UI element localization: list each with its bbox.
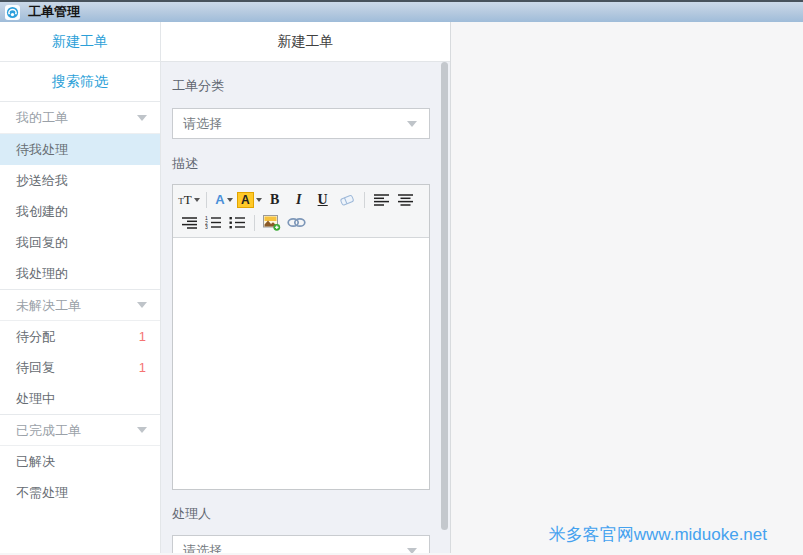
- item-label: 待分配: [16, 321, 55, 352]
- toolbar-separator: [206, 192, 207, 208]
- sidebar-item-to-assign[interactable]: 待分配 1: [0, 321, 160, 352]
- svg-text:3: 3: [205, 224, 208, 229]
- search-filter-button[interactable]: 搜索筛选: [0, 62, 160, 102]
- sidebar-item-handled-by-me[interactable]: 我处理的: [0, 258, 160, 289]
- category-select-value: 请选择: [183, 116, 222, 131]
- align-right-button[interactable]: [178, 212, 200, 233]
- toolbar-separator: [364, 192, 365, 208]
- sidebar-group-completed[interactable]: 已完成工单: [0, 414, 160, 446]
- insert-link-button[interactable]: [285, 212, 307, 233]
- chevron-down-icon: [407, 548, 417, 553]
- align-right-icon: [182, 217, 197, 229]
- item-label: 抄送给我: [16, 165, 68, 196]
- ordered-list-button[interactable]: 1 2 3: [202, 212, 224, 233]
- handler-label: 处理人: [172, 505, 430, 523]
- bold-button[interactable]: B: [264, 189, 286, 210]
- item-label: 待回复: [16, 352, 55, 383]
- editor-content[interactable]: [173, 238, 429, 489]
- sidebar-item-no-action-needed[interactable]: 不需处理: [0, 477, 160, 508]
- align-left-icon: [374, 194, 389, 206]
- item-label: 我回复的: [16, 227, 68, 258]
- sidebar-group-unresolved[interactable]: 未解决工单: [0, 289, 160, 321]
- align-center-icon: [398, 194, 413, 206]
- insert-image-button[interactable]: [261, 212, 283, 233]
- eraser-icon: [339, 192, 355, 207]
- item-label: 不需处理: [16, 477, 68, 508]
- count-badge: 1: [139, 321, 146, 352]
- sidebar-item-to-reply[interactable]: 待回复 1: [0, 352, 160, 383]
- description-label: 描述: [172, 155, 430, 173]
- underline-button[interactable]: U: [312, 189, 334, 210]
- rich-text-editor: TT A A B: [172, 184, 430, 490]
- sidebar-item-created-by-me[interactable]: 我创建的: [0, 196, 160, 227]
- group-label: 我的工单: [16, 102, 68, 133]
- new-ticket-panel: 新建工单 工单分类 请选择 描述 TT A: [161, 22, 451, 553]
- sidebar-group-my-tickets[interactable]: 我的工单: [0, 102, 160, 134]
- chevron-down-icon: [227, 198, 233, 202]
- titlebar: 工单管理: [0, 0, 803, 22]
- chevron-down-icon: [137, 427, 147, 433]
- sidebar-item-resolved[interactable]: 已解决: [0, 446, 160, 477]
- sidebar-item-cc-to-me[interactable]: 抄送给我: [0, 165, 160, 196]
- chevron-down-icon: [256, 198, 262, 202]
- bullet-list-icon: [229, 216, 245, 229]
- category-select[interactable]: 请选择: [172, 108, 430, 139]
- chevron-down-icon: [137, 302, 147, 308]
- content-background: 米多客官网www.miduoke.net: [451, 22, 803, 553]
- count-badge: 1: [139, 352, 146, 383]
- insert-link-icon: [287, 217, 306, 228]
- page-title: 工单管理: [28, 3, 80, 21]
- sidebar-item-replied-by-me[interactable]: 我回复的: [0, 227, 160, 258]
- handler-select-value: 请选择: [183, 543, 222, 553]
- chevron-down-icon: [194, 198, 200, 202]
- group-label: 已完成工单: [16, 415, 81, 446]
- group-label: 未解决工单: [16, 290, 81, 321]
- text-color-button[interactable]: A: [213, 189, 235, 210]
- app-logo-icon: [5, 5, 20, 20]
- scrollbar-thumb[interactable]: [441, 62, 448, 530]
- editor-toolbar: TT A A B: [173, 185, 429, 238]
- panel-title: 新建工单: [161, 22, 450, 62]
- insert-image-icon: [263, 215, 281, 231]
- bullet-list-button[interactable]: [226, 212, 248, 233]
- highlight-color-button[interactable]: A: [237, 189, 262, 210]
- chevron-down-icon: [137, 115, 147, 121]
- align-center-button[interactable]: [395, 189, 417, 210]
- item-label: 处理中: [16, 383, 55, 414]
- item-label: 我处理的: [16, 258, 68, 289]
- remove-format-button[interactable]: [336, 189, 358, 210]
- item-label: 我创建的: [16, 196, 68, 227]
- watermark: 米多客官网www.miduoke.net: [549, 523, 767, 546]
- category-label: 工单分类: [172, 77, 430, 95]
- ordered-list-icon: 1 2 3: [205, 216, 221, 229]
- font-size-button[interactable]: TT: [178, 189, 200, 210]
- toolbar-separator: [254, 215, 255, 231]
- italic-button[interactable]: I: [288, 189, 310, 210]
- chevron-down-icon: [407, 121, 417, 127]
- item-label: 待我处理: [16, 134, 68, 165]
- handler-select[interactable]: 请选择: [172, 535, 430, 553]
- new-ticket-form: 工单分类 请选择 描述 TT A: [161, 62, 450, 553]
- item-label: 已解决: [16, 446, 55, 477]
- sidebar-item-pending-my-action[interactable]: 待我处理: [0, 134, 160, 165]
- panel-scrollbar[interactable]: [441, 62, 449, 553]
- new-ticket-button[interactable]: 新建工单: [0, 22, 160, 62]
- sidebar: 新建工单 搜索筛选 我的工单 待我处理 抄送给我 我创建的 我回复的 我处理的 …: [0, 22, 161, 553]
- sidebar-item-in-progress[interactable]: 处理中: [0, 383, 160, 414]
- align-left-button[interactable]: [371, 189, 393, 210]
